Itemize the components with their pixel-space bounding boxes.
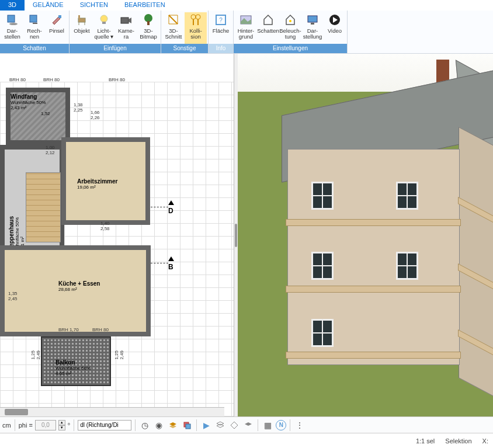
dim-label: 1,402,58 (100, 221, 110, 231)
section-b: B (168, 255, 178, 271)
horizontal-scrollbar[interactable] (0, 407, 224, 416)
copy-icon[interactable] (181, 419, 193, 431)
cube-calc-icon (27, 13, 41, 27)
phi-input[interactable] (35, 420, 56, 430)
svg-point-15 (196, 15, 200, 19)
floor-slab (286, 286, 461, 293)
brh-label: BRH 80 (9, 77, 26, 82)
area-icon: ? (214, 13, 228, 27)
brh-label: BRH 80 (43, 77, 60, 82)
selection-display: Selektion (445, 437, 471, 444)
kueche-label: Küche + Essen 28,68 m² (58, 280, 100, 292)
ribbon-group-sonstige: 3D-Schnitt Kolli-sion Sonstige (161, 11, 209, 53)
wall-front (287, 149, 460, 365)
unit-label: cm (2, 422, 11, 429)
north-badge[interactable]: N (276, 420, 286, 430)
tab-bearbeiten[interactable]: BEARBEITEN (116, 0, 173, 11)
coord-x-label: X: (482, 437, 488, 444)
svg-point-20 (289, 20, 291, 22)
darstellung-button[interactable]: Dar-stellung (301, 12, 324, 44)
chair-icon (75, 13, 89, 27)
flaeche-button[interactable]: ?Fläche (210, 12, 232, 44)
ribbon-group-einstellungen: Hinter-grund Schatten Beleuch-tung Dar-s… (234, 11, 348, 53)
balkon-label: Balkon Wohnfläche 50% 4,65 m² (55, 359, 91, 376)
splitter-grip[interactable] (235, 224, 237, 247)
landscape-icon (239, 13, 253, 27)
house-3d[interactable] (302, 74, 493, 366)
rechnen-button[interactable]: Rech-nen (23, 12, 46, 44)
dim-label: 1,662,26 (91, 110, 100, 120)
direction-field[interactable] (78, 420, 131, 430)
svg-point-1 (9, 23, 18, 25)
video-button[interactable]: Video (324, 12, 346, 44)
ribbon-group-einfuegen: Objekt Licht-quelle ▾ Kame-ra 3D-Bitmap … (70, 11, 161, 53)
status-bar: 1:1 sel Selektion X: (0, 433, 493, 448)
pinsel-button[interactable]: Pinsel (46, 12, 68, 44)
hintergrund-button[interactable]: Hinter-grund (235, 12, 257, 44)
floorplan-canvas[interactable]: BRH 80 BRH 80 BRH 80 Windfang Wohnfläche… (0, 82, 234, 416)
svg-point-13 (191, 15, 196, 19)
separator (258, 419, 258, 431)
window-icon (311, 319, 334, 347)
windfang-label: Windfang Wohnfläche 50% 2,43 m² (11, 93, 46, 110)
svg-rect-21 (308, 16, 317, 22)
window-icon (311, 182, 334, 210)
floorplan-panel[interactable]: BRH 80 BRH 80 BRH 80 Windfang Wohnfläche… (0, 54, 234, 416)
darstellen-button[interactable]: Dar-stellen (1, 12, 23, 44)
svg-point-8 (100, 15, 107, 22)
workspace: BRH 80 BRH 80 BRH 80 Windfang Wohnfläche… (0, 54, 493, 416)
section-icon (166, 13, 180, 27)
svg-rect-2 (30, 15, 37, 22)
clock-icon[interactable]: ◷ (139, 419, 151, 431)
grid-icon[interactable]: ▦ (262, 419, 273, 431)
dim-label: BRH 80 (92, 327, 109, 332)
scroll-thumb[interactable] (5, 409, 28, 415)
ribbon: Dar-stellen Rech-nen Pinsel Schatten Obj… (0, 11, 493, 54)
section-line (151, 207, 168, 207)
spin-down[interactable]: ▼ (58, 425, 65, 430)
separator (135, 419, 136, 431)
staircase (26, 172, 61, 242)
floor-slab (286, 219, 461, 226)
beleuchtung-button[interactable]: Beleuch-tung (279, 12, 301, 44)
phi-label: phi = (19, 422, 33, 429)
dim-label: 1,52 (41, 111, 50, 116)
stack-icon[interactable] (214, 419, 226, 431)
tab-gelaende[interactable]: GELÄNDE (25, 0, 72, 11)
section-d: D (168, 199, 178, 215)
tab-strip: 3D GELÄNDE SICHTEN BEARBEITEN (0, 0, 493, 11)
phi-spinner[interactable]: ▲▼ (58, 420, 65, 430)
ribbon-group-info: ?Fläche Info (209, 11, 234, 53)
spin-up[interactable]: ▲ (58, 420, 65, 425)
layers-icon[interactable] (167, 419, 179, 431)
objekt-button[interactable]: Objekt (71, 12, 93, 44)
svg-rect-22 (311, 23, 314, 25)
tree-icon (141, 13, 155, 27)
window-icon (311, 252, 334, 280)
separator (74, 419, 74, 431)
pointer-icon[interactable]: ▶ (200, 419, 212, 431)
dim-label: 1,252,49 (114, 350, 124, 360)
tab-sichten[interactable]: SICHTEN (72, 0, 116, 11)
separator (290, 419, 290, 431)
menu-dots-icon[interactable]: ⋮ (294, 419, 305, 431)
3d-schnitt-button[interactable]: 3D-Schnitt (162, 12, 185, 44)
brh-label: BRH 80 (109, 77, 125, 82)
svg-rect-9 (102, 22, 106, 24)
target-icon[interactable]: ◉ (153, 419, 165, 431)
3d-view-panel[interactable] (238, 54, 493, 416)
lichtquelle-button[interactable]: Licht-quelle ▾ (93, 12, 115, 44)
scale-display: 1:1 sel (416, 437, 435, 444)
ribbon-group-schatten: Dar-stellen Rech-nen Pinsel Schatten (0, 11, 70, 53)
3d-bitmap-button[interactable]: 3D-Bitmap (137, 12, 159, 44)
arbeitszimmer-label: Arbeitszimmer 19,06 m² (77, 178, 117, 190)
house-shadow-icon (261, 13, 275, 27)
layers2-icon[interactable] (242, 419, 254, 431)
svg-rect-12 (147, 21, 150, 25)
dim-label: 1,252,49 (30, 350, 41, 360)
schatten-settings-button[interactable]: Schatten (257, 12, 279, 44)
kollision-button[interactable]: Kolli-sion (185, 12, 207, 44)
tab-3d[interactable]: 3D (0, 0, 25, 11)
kamera-button[interactable]: Kame-ra (115, 12, 137, 44)
diamond-icon[interactable] (228, 419, 240, 431)
